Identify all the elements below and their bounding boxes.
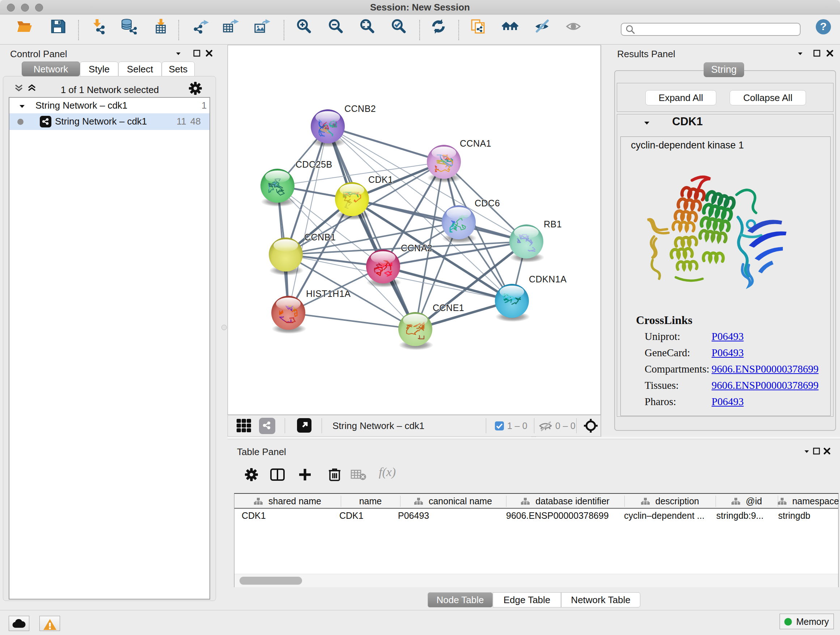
svg-text:RB1: RB1 — [544, 219, 562, 229]
svg-text:CCNA1: CCNA1 — [460, 138, 491, 149]
svg-text:CDC6: CDC6 — [475, 198, 500, 208]
svg-text:HIST1H1A: HIST1H1A — [306, 288, 351, 299]
svg-text:CCNB1: CCNB1 — [304, 232, 336, 242]
svg-text:CCNB2: CCNB2 — [344, 103, 376, 114]
svg-text:CCNA2: CCNA2 — [401, 243, 432, 253]
svg-text:CDKN1A: CDKN1A — [529, 274, 567, 284]
svg-text:CCNE1: CCNE1 — [433, 302, 464, 313]
svg-text:?: ? — [820, 20, 827, 32]
svg-text:CDC25B: CDC25B — [295, 159, 332, 169]
svg-text:CDK1: CDK1 — [368, 174, 393, 185]
